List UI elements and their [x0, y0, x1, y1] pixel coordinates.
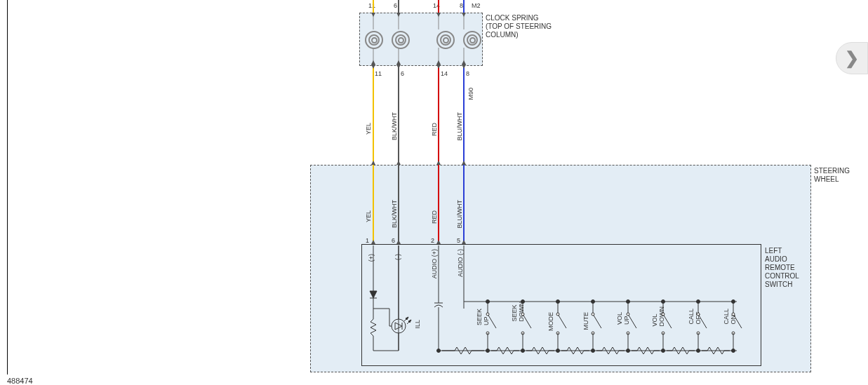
chevron-right-icon: ❯: [845, 48, 859, 68]
coil-4: [463, 31, 481, 49]
pin-top-4: 8: [460, 2, 463, 9]
wire-color-3: RED: [431, 123, 438, 136]
signal-2: (-): [394, 254, 401, 260]
reference-number: 488474: [7, 377, 33, 385]
coil-2: [392, 31, 410, 49]
wire-color-1: YEL: [365, 123, 372, 135]
page-left-border: [7, 0, 8, 374]
pin-bot-1: 1: [366, 237, 369, 244]
pin-mid-4: 8: [466, 70, 469, 77]
wire-color-4: BLU/WHT: [456, 112, 463, 141]
wire-color-2: BLK/WHT: [391, 112, 398, 140]
switch-seekup: SEEKUP: [476, 309, 490, 325]
switch-box-label: LEFT AUDIO REMOTE CONTROL SWITCH: [765, 247, 799, 289]
switch-mode: MODE: [547, 312, 554, 331]
connector-m2: M2: [472, 2, 481, 9]
pin-top-3: 14: [433, 2, 440, 9]
pin-bot-4: 5: [457, 237, 460, 244]
pin-bot-3: 2: [431, 237, 434, 244]
signal-3: AUDIO (+): [431, 249, 438, 278]
steering-wheel-label: STEERING WHEEL: [814, 167, 850, 184]
coil-row: [365, 31, 481, 49]
wire-color-1b: YEL: [365, 210, 372, 222]
wire-color-3b: RED: [431, 210, 438, 224]
wire-color-2b: BLK/WHT: [391, 200, 398, 228]
left-audio-remote-switch-box: [361, 244, 761, 366]
switch-calloff: CALLOFF: [688, 309, 702, 325]
switch-voldown: VOLDOWN: [651, 306, 665, 327]
signal-4: AUDIO (-): [457, 249, 464, 277]
switch-volup: VOLUP: [616, 312, 630, 325]
clock-spring-label: CLOCK SPRING (TOP OF STEERING COLUMN): [486, 14, 552, 39]
wire-color-4b: BLU/WHT: [456, 200, 463, 229]
pin-mid-1: 11: [375, 70, 382, 77]
signal-1: (+): [368, 254, 375, 262]
switch-ill: ILL: [414, 320, 421, 329]
pin-mid-2: 6: [401, 70, 404, 77]
switch-mute: MUTE: [582, 312, 589, 330]
connector-m90: M90: [467, 88, 474, 100]
pin-top-1: 11: [368, 2, 375, 9]
next-button[interactable]: ❯: [836, 42, 868, 74]
pin-bot-2: 6: [392, 237, 395, 244]
pin-top-2: 6: [394, 2, 397, 9]
coil-3: [436, 31, 455, 49]
switch-seekdown: SEEKDOWN: [511, 302, 525, 322]
coil-1: [365, 31, 383, 49]
switch-callon: CALLON: [723, 309, 737, 325]
pin-mid-3: 14: [441, 70, 448, 77]
